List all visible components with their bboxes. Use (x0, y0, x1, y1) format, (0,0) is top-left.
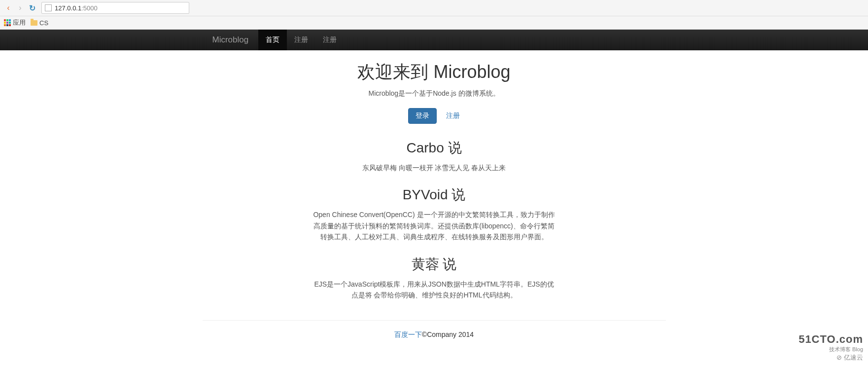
footer-link[interactable]: 百度一下 (394, 330, 422, 338)
nav-register-1[interactable]: 注册 (287, 30, 315, 50)
navbar: Microblog 首页 注册 注册 (0, 30, 868, 50)
browser-chrome: ‹ › ↻ 127.0.0.1:5000 应用 CS (0, 0, 868, 30)
url-port: :5000 (81, 4, 98, 12)
browser-toolbar: ‹ › ↻ 127.0.0.1:5000 (0, 0, 868, 16)
post-title: BYVoid 说 (203, 185, 666, 204)
post-item: 黄蓉 说 EJS是一个JavaScript模板库，用来从JSON数据中生成HTM… (203, 255, 666, 301)
main-container: 欢迎来到 Microblog Microblog是一个基于Node.js 的微博… (203, 50, 666, 349)
watermark: 51CTO.com 技术博客 Blog ⊘ 亿速云 (799, 333, 863, 349)
url-bar[interactable]: 127.0.0.1:5000 (41, 2, 189, 14)
watermark-sub: 技术博客 Blog (799, 346, 863, 349)
apps-shortcut[interactable]: 应用 (4, 18, 26, 27)
brand[interactable]: Microblog (203, 30, 259, 50)
bookmark-cs-label: CS (39, 19, 48, 27)
bookmarks-bar: 应用 CS (0, 16, 868, 30)
post-body: EJS是一个JavaScript模板库，用来从JSON数据中生成HTML字符串。… (311, 279, 557, 301)
url-host: 127.0.0.1 (55, 4, 81, 12)
post-body: Open Chinese Convert(OpenCC) 是一个开源的中文繁简转… (311, 209, 557, 242)
nav-home[interactable]: 首页 (258, 30, 287, 50)
forward-button[interactable]: › (16, 3, 25, 12)
hero: 欢迎来到 Microblog Microblog是一个基于Node.js 的微博… (203, 60, 666, 124)
hero-title: 欢迎来到 Microblog (203, 60, 666, 84)
nav-register-2[interactable]: 注册 (315, 30, 344, 50)
reload-button[interactable]: ↻ (28, 3, 36, 12)
watermark-logo: 51CTO.com (799, 333, 863, 346)
back-button[interactable]: ‹ (4, 3, 13, 12)
folder-icon (31, 20, 37, 26)
bookmark-cs[interactable]: CS (31, 19, 48, 27)
post-item: Carbo 说 东风破早梅 向暖一枝开 冰雪无人见 春从天上来 (203, 139, 666, 173)
register-link[interactable]: 注册 (446, 111, 460, 119)
hero-subtitle: Microblog是一个基于Node.js 的微博系统。 (203, 89, 666, 98)
post-title: Carbo 说 (203, 139, 666, 157)
post-item: BYVoid 说 Open Chinese Convert(OpenCC) 是一… (203, 185, 666, 242)
footer: 百度一下©Company 2014 (203, 320, 666, 349)
page-icon (45, 4, 52, 11)
apps-label: 应用 (13, 18, 26, 27)
footer-copy: ©Company 2014 (422, 330, 474, 338)
apps-icon (4, 19, 11, 26)
post-title: 黄蓉 说 (203, 255, 666, 274)
post-body: 东风破早梅 向暖一枝开 冰雪无人见 春从天上来 (311, 162, 557, 173)
login-button[interactable]: 登录 (408, 108, 437, 124)
